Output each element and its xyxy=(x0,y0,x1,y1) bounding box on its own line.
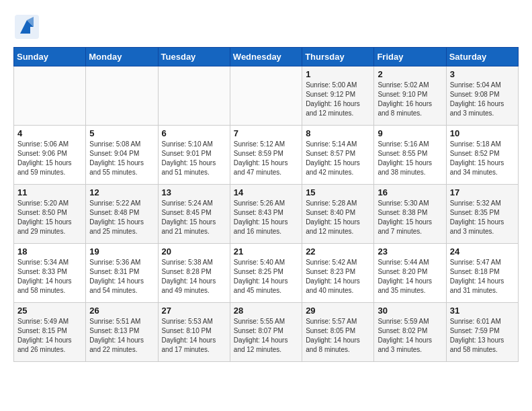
day-number: 3 xyxy=(450,69,515,79)
day-number: 23 xyxy=(378,246,442,257)
week-row-1: 1Sunrise: 5:00 AM Sunset: 9:12 PM Daylig… xyxy=(14,66,519,126)
calendar-cell: 13Sunrise: 5:24 AM Sunset: 8:45 PM Dayli… xyxy=(158,185,230,244)
calendar-cell: 5Sunrise: 5:08 AM Sunset: 9:04 PM Daylig… xyxy=(86,126,158,185)
calendar-cell: 18Sunrise: 5:34 AM Sunset: 8:33 PM Dayli… xyxy=(14,244,86,303)
day-info: Sunrise: 5:55 AM Sunset: 8:07 PM Dayligh… xyxy=(234,317,298,355)
day-of-week-monday: Monday xyxy=(86,48,158,66)
calendar-cell: 30Sunrise: 5:59 AM Sunset: 8:02 PM Dayli… xyxy=(374,303,446,362)
week-row-2: 4Sunrise: 5:06 AM Sunset: 9:06 PM Daylig… xyxy=(14,126,519,185)
day-info: Sunrise: 5:47 AM Sunset: 8:18 PM Dayligh… xyxy=(450,258,515,295)
day-info: Sunrise: 5:22 AM Sunset: 8:48 PM Dayligh… xyxy=(89,199,154,236)
day-info: Sunrise: 5:08 AM Sunset: 9:04 PM Dayligh… xyxy=(89,140,154,177)
day-number: 22 xyxy=(306,246,370,257)
day-of-week-wednesday: Wednesday xyxy=(230,48,302,66)
day-number: 28 xyxy=(234,306,298,316)
day-info: Sunrise: 5:02 AM Sunset: 9:10 PM Dayligh… xyxy=(378,81,442,118)
day-info: Sunrise: 5:10 AM Sunset: 9:01 PM Dayligh… xyxy=(162,140,226,177)
day-info: Sunrise: 5:06 AM Sunset: 9:06 PM Dayligh… xyxy=(17,140,82,177)
calendar-cell: 1Sunrise: 5:00 AM Sunset: 9:12 PM Daylig… xyxy=(302,66,374,126)
page-header xyxy=(13,13,519,40)
day-info: Sunrise: 5:30 AM Sunset: 8:38 PM Dayligh… xyxy=(378,199,442,236)
day-number: 13 xyxy=(162,187,226,197)
calendar-cell: 23Sunrise: 5:44 AM Sunset: 8:20 PM Dayli… xyxy=(374,244,446,303)
calendar-cell: 15Sunrise: 5:28 AM Sunset: 8:40 PM Dayli… xyxy=(302,185,374,244)
day-number: 18 xyxy=(17,246,82,257)
calendar-cell: 29Sunrise: 5:57 AM Sunset: 8:05 PM Dayli… xyxy=(302,303,374,362)
calendar-cell: 3Sunrise: 5:04 AM Sunset: 9:08 PM Daylig… xyxy=(446,66,518,126)
day-info: Sunrise: 5:28 AM Sunset: 8:40 PM Dayligh… xyxy=(306,199,370,236)
calendar-cell: 19Sunrise: 5:36 AM Sunset: 8:31 PM Dayli… xyxy=(86,244,158,303)
day-info: Sunrise: 5:26 AM Sunset: 8:43 PM Dayligh… xyxy=(234,199,298,236)
week-row-5: 25Sunrise: 5:49 AM Sunset: 8:15 PM Dayli… xyxy=(14,303,519,362)
day-number: 11 xyxy=(17,187,82,197)
calendar-cell: 9Sunrise: 5:16 AM Sunset: 8:55 PM Daylig… xyxy=(374,126,446,185)
calendar-cell: 7Sunrise: 5:12 AM Sunset: 8:59 PM Daylig… xyxy=(230,126,302,185)
week-row-4: 18Sunrise: 5:34 AM Sunset: 8:33 PM Dayli… xyxy=(14,244,519,303)
calendar-cell xyxy=(230,66,302,126)
day-of-week-saturday: Saturday xyxy=(446,48,518,66)
day-of-week-thursday: Thursday xyxy=(302,48,374,66)
day-info: Sunrise: 5:38 AM Sunset: 8:28 PM Dayligh… xyxy=(162,258,226,295)
day-of-week-sunday: Sunday xyxy=(14,48,86,66)
day-info: Sunrise: 5:00 AM Sunset: 9:12 PM Dayligh… xyxy=(306,81,370,118)
calendar-cell: 14Sunrise: 5:26 AM Sunset: 8:43 PM Dayli… xyxy=(230,185,302,244)
day-info: Sunrise: 5:44 AM Sunset: 8:20 PM Dayligh… xyxy=(378,258,442,295)
calendar-cell xyxy=(86,66,158,126)
calendar-cell: 22Sunrise: 5:42 AM Sunset: 8:23 PM Dayli… xyxy=(302,244,374,303)
day-number: 16 xyxy=(378,187,442,197)
day-info: Sunrise: 5:32 AM Sunset: 8:35 PM Dayligh… xyxy=(450,199,515,236)
day-info: Sunrise: 5:57 AM Sunset: 8:05 PM Dayligh… xyxy=(306,317,370,355)
day-info: Sunrise: 5:12 AM Sunset: 8:59 PM Dayligh… xyxy=(234,140,298,177)
calendar-cell: 24Sunrise: 5:47 AM Sunset: 8:18 PM Dayli… xyxy=(446,244,518,303)
day-info: Sunrise: 6:01 AM Sunset: 7:59 PM Dayligh… xyxy=(450,317,515,355)
calendar-cell: 31Sunrise: 6:01 AM Sunset: 7:59 PM Dayli… xyxy=(446,303,518,362)
calendar-cell: 26Sunrise: 5:51 AM Sunset: 8:13 PM Dayli… xyxy=(86,303,158,362)
day-number: 2 xyxy=(378,69,442,79)
calendar-header-row: SundayMondayTuesdayWednesdayThursdayFrid… xyxy=(14,48,519,66)
day-number: 21 xyxy=(234,246,298,257)
calendar-cell xyxy=(14,66,86,126)
day-info: Sunrise: 5:49 AM Sunset: 8:15 PM Dayligh… xyxy=(17,317,82,355)
day-number: 31 xyxy=(450,306,515,316)
day-info: Sunrise: 5:42 AM Sunset: 8:23 PM Dayligh… xyxy=(306,258,370,295)
day-number: 6 xyxy=(162,128,226,138)
day-number: 14 xyxy=(234,187,298,197)
day-number: 19 xyxy=(89,246,154,257)
day-number: 26 xyxy=(89,306,154,316)
calendar-cell: 12Sunrise: 5:22 AM Sunset: 8:48 PM Dayli… xyxy=(86,185,158,244)
calendar-cell: 10Sunrise: 5:18 AM Sunset: 8:52 PM Dayli… xyxy=(446,126,518,185)
day-info: Sunrise: 5:24 AM Sunset: 8:45 PM Dayligh… xyxy=(162,199,226,236)
day-number: 25 xyxy=(17,306,82,316)
calendar-cell: 17Sunrise: 5:32 AM Sunset: 8:35 PM Dayli… xyxy=(446,185,518,244)
calendar-cell: 27Sunrise: 5:53 AM Sunset: 8:10 PM Dayli… xyxy=(158,303,230,362)
calendar-cell: 2Sunrise: 5:02 AM Sunset: 9:10 PM Daylig… xyxy=(374,66,446,126)
day-number: 12 xyxy=(89,187,154,197)
day-number: 10 xyxy=(450,128,515,138)
day-number: 29 xyxy=(306,306,370,316)
day-info: Sunrise: 5:14 AM Sunset: 8:57 PM Dayligh… xyxy=(306,140,370,177)
calendar-cell: 6Sunrise: 5:10 AM Sunset: 9:01 PM Daylig… xyxy=(158,126,230,185)
calendar-body: 1Sunrise: 5:00 AM Sunset: 9:12 PM Daylig… xyxy=(14,66,519,362)
day-info: Sunrise: 5:40 AM Sunset: 8:25 PM Dayligh… xyxy=(234,258,298,295)
day-of-week-friday: Friday xyxy=(374,48,446,66)
calendar-table: SundayMondayTuesdayWednesdayThursdayFrid… xyxy=(13,47,519,362)
day-info: Sunrise: 5:20 AM Sunset: 8:50 PM Dayligh… xyxy=(17,199,82,236)
calendar-cell: 25Sunrise: 5:49 AM Sunset: 8:15 PM Dayli… xyxy=(14,303,86,362)
logo xyxy=(13,13,43,40)
day-number: 4 xyxy=(17,128,82,138)
day-number: 20 xyxy=(162,246,226,257)
day-info: Sunrise: 5:34 AM Sunset: 8:33 PM Dayligh… xyxy=(17,258,82,295)
calendar-cell: 8Sunrise: 5:14 AM Sunset: 8:57 PM Daylig… xyxy=(302,126,374,185)
logo-icon xyxy=(13,13,40,40)
day-info: Sunrise: 5:04 AM Sunset: 9:08 PM Dayligh… xyxy=(450,81,515,118)
day-number: 30 xyxy=(378,306,442,316)
calendar-cell: 28Sunrise: 5:55 AM Sunset: 8:07 PM Dayli… xyxy=(230,303,302,362)
day-number: 5 xyxy=(89,128,154,138)
day-info: Sunrise: 5:18 AM Sunset: 8:52 PM Dayligh… xyxy=(450,140,515,177)
day-number: 7 xyxy=(234,128,298,138)
day-number: 15 xyxy=(306,187,370,197)
day-info: Sunrise: 5:16 AM Sunset: 8:55 PM Dayligh… xyxy=(378,140,442,177)
day-of-week-tuesday: Tuesday xyxy=(158,48,230,66)
day-number: 9 xyxy=(378,128,442,138)
day-info: Sunrise: 5:59 AM Sunset: 8:02 PM Dayligh… xyxy=(378,317,442,355)
